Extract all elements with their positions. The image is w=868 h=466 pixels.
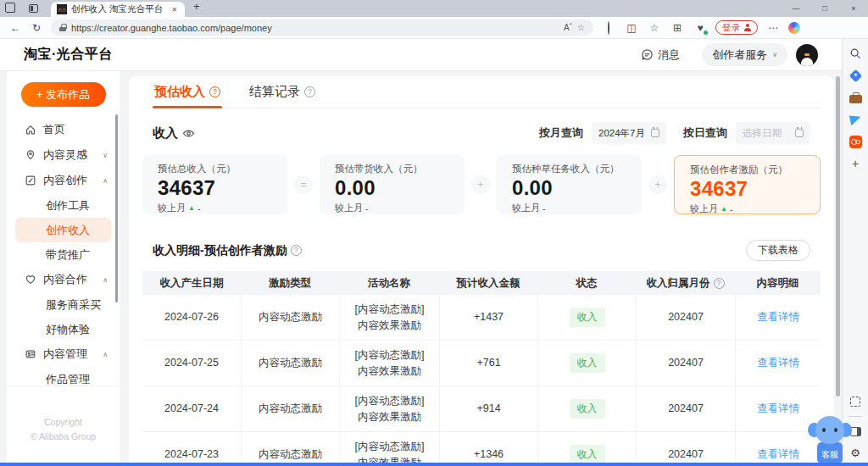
cell-amount: +1437 (439, 295, 537, 340)
copilot-icon[interactable] (788, 22, 800, 34)
help-icon[interactable]: ? (304, 86, 315, 97)
sidebar-item-creation-income[interactable]: 创作收入 (15, 218, 111, 242)
cell-month: 202407 (636, 295, 735, 340)
sidebar-item-label: 首页 (43, 122, 108, 137)
tab-layout-icon (29, 4, 38, 13)
stat-label: 预估创作者激励（元） (690, 164, 804, 176)
address-bar[interactable]: https://creator.guanghe.taobao.com/page/… (51, 19, 593, 36)
sidebar-item-inspiration[interactable]: 内容灵感 ∨ (7, 142, 120, 168)
copyright-line: Copyright (7, 415, 120, 430)
minimize-button[interactable]: — (782, 0, 810, 17)
table-row: 2024-07-23 内容动态激励 [内容动态激励] 内容效果激励 +1346 … (142, 432, 821, 466)
day-picker-input[interactable]: 选择日期 (736, 122, 810, 144)
cell-activity: [内容动态激励] 内容效果激励 (339, 295, 439, 340)
tab-estimated-income[interactable]: 预估收入 ? (153, 76, 222, 108)
column-header-text: 收入归属月份 (647, 275, 710, 291)
sidebar-item-management[interactable]: 内容管理 ∧ (7, 341, 120, 367)
edge-sidebar: + ⚙ (842, 39, 868, 466)
browser-tab-strip: 光合 创作收入 淘宝光合平台 × + — □ × (0, 0, 868, 17)
back-button[interactable]: ← (8, 22, 22, 34)
help-icon[interactable]: ? (291, 245, 302, 256)
messages-button[interactable]: 消息 (641, 47, 680, 63)
screenshot-icon[interactable] (850, 395, 860, 408)
left-sidebar: + 发布作品 首页 内容灵感 ∨ 内容创作 ∧ 创作工具 创作收入 带货推广 内… (7, 71, 120, 466)
table-row: 2024-07-24 内容动态激励 [内容动态激励] 内容效果激励 +914 收… (142, 386, 821, 432)
site-logo[interactable]: 淘宝·光合平台 (24, 46, 113, 64)
id-card-icon (24, 348, 36, 361)
kuaishou-icon (849, 136, 862, 148)
close-button[interactable]: × (839, 0, 868, 17)
column-header: 收入归属月份 ? (636, 271, 735, 295)
url-text[interactable]: https://creator.guanghe.taobao.com/page/… (71, 23, 559, 33)
tab-settlement-records[interactable]: 结算记录 ? (248, 76, 317, 108)
maximize-button[interactable]: □ (810, 0, 839, 17)
tab-label: 结算记录 (249, 84, 300, 100)
workspaces-icon[interactable] (0, 0, 22, 17)
view-details-link[interactable]: 查看详情 (757, 309, 799, 325)
favorite-star-icon[interactable]: ☆ (577, 23, 585, 32)
view-details-link[interactable]: 查看详情 (757, 447, 799, 462)
eye-icon[interactable] (182, 127, 195, 140)
column-header: 状态 (537, 271, 636, 295)
browser-tab[interactable]: 光合 创作收入 淘宝光合平台 × (51, 2, 185, 17)
stat-footer-suffix: - (542, 203, 546, 214)
favorites-icon[interactable]: ☆ (647, 22, 662, 34)
collections-icon[interactable]: ⊞ (670, 22, 685, 34)
browser-essentials-icon[interactable]: ♥ (693, 22, 708, 34)
sidebar-item-label: 内容合作 (43, 272, 96, 287)
creator-service-dropdown[interactable]: 创作者服务 ∨ (702, 43, 787, 66)
refresh-button[interactable]: ↻ (30, 22, 43, 34)
tab-close-icon[interactable]: × (170, 4, 179, 14)
sidebar-item-service-purchase[interactable]: 服务商采买 (7, 292, 120, 317)
plus-operator: + (471, 175, 490, 194)
tab-label: 预估收入 (154, 84, 205, 100)
user-avatar[interactable] (796, 44, 818, 66)
customer-support-button[interactable]: 客服 (808, 416, 852, 463)
main-content: 预估收入 ? 结算记录 ? 收入 按月查询 2024年7月 (129, 76, 834, 466)
detail-header-row: 收入明细-预估创作者激励 ? 下载表格 (142, 240, 821, 261)
sidebar-item-promotion[interactable]: 带货推广 (7, 242, 120, 267)
read-aloud-icon[interactable]: Aˆ (564, 23, 572, 32)
sidebar-item-product-trial[interactable]: 好物体验 (7, 317, 120, 341)
cell-amount: +761 (439, 341, 537, 386)
arrow-up-icon: ▲ (188, 204, 195, 212)
send-icon[interactable] (850, 113, 861, 126)
column-header: 预计收入金额 (439, 271, 537, 295)
view-details-link[interactable]: 查看详情 (757, 355, 799, 370)
sidebar-scrollbar[interactable] (115, 114, 118, 302)
stat-label: 预估总收入（元） (158, 163, 272, 175)
cell-amount: +914 (439, 386, 537, 431)
extensions-icon[interactable] (601, 22, 616, 34)
kuaishou-icon[interactable] (849, 135, 862, 148)
shopping-tag-icon[interactable] (851, 69, 860, 82)
help-icon[interactable]: ? (209, 86, 220, 97)
sidebar-item-creation[interactable]: 内容创作 ∧ (7, 168, 120, 193)
add-app-icon[interactable]: + (852, 157, 859, 170)
stat-card-total-income: 预估总收入（元） 34637 较上月 ▲ - (142, 155, 287, 214)
sidebar-item-cooperation[interactable]: 内容合作 ∧ (7, 267, 120, 292)
chevron-up-icon: ∧ (103, 177, 108, 185)
search-icon[interactable] (849, 47, 861, 60)
tab-actions-icon[interactable] (22, 0, 44, 17)
stat-footer-suffix: - (198, 203, 201, 214)
help-icon[interactable]: ? (714, 278, 725, 289)
new-tab-button[interactable]: + (193, 0, 200, 13)
login-label: 登录 (722, 22, 740, 34)
toolbox-icon[interactable] (849, 91, 862, 104)
browser-login-button[interactable]: 登录 (715, 20, 758, 35)
download-table-button[interactable]: 下载表格 (746, 240, 810, 261)
tab-title: 创作收入 淘宝光合平台 (71, 3, 166, 15)
copyright-text: Copyright © Alibaba Group (7, 415, 120, 444)
column-header: 激励类型 (241, 271, 339, 295)
sidebar-item-creation-tools[interactable]: 创作工具 (7, 193, 120, 218)
more-menu-icon[interactable]: ⋯ (765, 22, 781, 34)
view-details-link[interactable]: 查看详情 (757, 401, 799, 416)
income-detail-table: 收入产生日期 激励类型 活动名称 预计收入金额 状态 收入归属月份 ? 内容明细… (142, 271, 821, 466)
split-screen-icon[interactable]: ◫ (624, 22, 639, 34)
sidebar-item-home[interactable]: 首页 (7, 117, 120, 142)
publish-work-button[interactable]: + 发布作品 (21, 82, 106, 107)
month-picker-input[interactable]: 2024年7月 (592, 122, 666, 144)
day-query-label: 按日查询 (683, 125, 727, 141)
page-scrollbar[interactable] (836, 76, 840, 397)
stat-footer: 较上月 - (335, 202, 449, 214)
